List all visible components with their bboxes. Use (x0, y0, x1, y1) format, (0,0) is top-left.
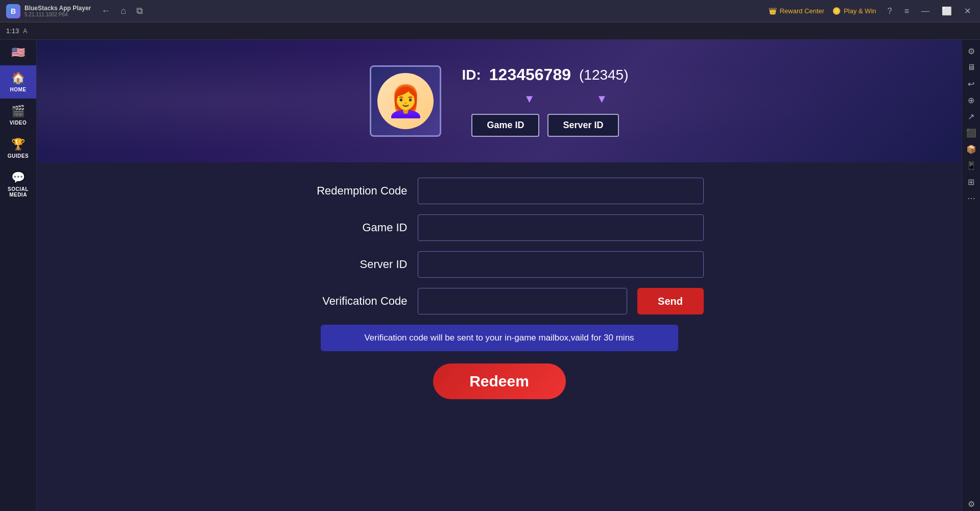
rs-screen-icon[interactable]: ⬛ (964, 126, 978, 140)
sidebar-item-video[interactable]: 🎬 VIDEO (0, 99, 36, 132)
title-bar: B BlueStacks App Player 5.21.111.1002 P6… (0, 0, 980, 22)
game-id-row: Game ID (295, 214, 704, 241)
verification-code-input[interactable] (418, 288, 627, 314)
info-banner: Verification code will be sent to your i… (321, 325, 678, 351)
id-arrows: ▼ ▼ (483, 92, 608, 106)
video-label: VIDEO (10, 120, 27, 126)
id-text-label: ID: (462, 67, 481, 83)
game-id-button[interactable]: Game ID (471, 114, 539, 137)
window-controls: ? ≡ — ⬜ ✕ (885, 5, 974, 17)
redemption-code-label: Redemption Code (295, 184, 408, 198)
rs-grid-icon[interactable]: ⊞ (964, 175, 978, 189)
app-logo: B (6, 4, 20, 18)
flag-icon: 🇺🇸 (9, 46, 28, 59)
server-id-input[interactable] (418, 251, 704, 278)
app-name: BlueStacks App Player (25, 5, 91, 12)
sidebar-item-guides[interactable]: 🏆 GUIDES (0, 132, 36, 165)
character-face: 👩‍🦰 (377, 73, 434, 129)
social-icon: 💬 (11, 171, 25, 184)
main-layout: 🇺🇸 🏠 HOME 🎬 VIDEO 🏆 GUIDES 💬 SOCIALMEDIA (0, 40, 980, 511)
menu-button[interactable]: ≡ (901, 5, 912, 17)
rs-display-icon[interactable]: 🖥 (964, 60, 978, 75)
reward-center[interactable]: 👑 Reward Center (769, 7, 824, 15)
content-area: 👩‍🦰 ID: 123456789 (12345) ▼ ▼ Game ID Se… (37, 40, 962, 511)
play-win-label: Play & Win (844, 7, 876, 15)
home-label: HOME (10, 87, 27, 92)
sidebar-item-social[interactable]: 💬 SOCIALMEDIA (0, 165, 36, 204)
game-id-arrow: ▼ (524, 92, 535, 106)
sidebar: 🇺🇸 🏠 HOME 🎬 VIDEO 🏆 GUIDES 💬 SOCIALMEDIA (0, 40, 37, 511)
redemption-code-row: Redemption Code (295, 178, 704, 204)
multi-button[interactable]: ⧉ (134, 4, 145, 18)
top-banner: 👩‍🦰 ID: 123456789 (12345) ▼ ▼ Game ID Se… (37, 40, 962, 162)
guides-label: GUIDES (8, 153, 29, 159)
coin-icon: 🪙 (832, 7, 841, 15)
rs-more-icon[interactable]: ⋯ (964, 191, 978, 205)
verification-code-row: Verification Code Send (295, 288, 704, 314)
id-numbers: ID: 123456789 (12345) (462, 65, 628, 84)
server-id-label: Server ID (295, 258, 408, 271)
close-button[interactable]: ✕ (961, 5, 974, 17)
restore-button[interactable]: ⬜ (939, 5, 955, 17)
nav-buttons: ← ⌂ ⧉ (99, 4, 145, 18)
sidebar-item-home[interactable]: 🏠 HOME (0, 65, 36, 99)
play-win[interactable]: 🪙 Play & Win (832, 7, 876, 15)
id-main-value: 123456789 (489, 65, 571, 84)
rs-phone-icon[interactable]: 📱 (964, 158, 978, 173)
rs-bottom-settings-icon[interactable]: ⚙ (964, 497, 978, 511)
verification-code-label: Verification Code (295, 295, 408, 308)
game-id-input[interactable] (418, 214, 704, 241)
character-avatar: 👩‍🦰 (370, 65, 441, 137)
video-icon: 🎬 (11, 105, 25, 118)
reward-label: Reward Center (780, 7, 824, 15)
rs-add-icon[interactable]: ⊕ (964, 93, 978, 107)
guides-icon: 🏆 (11, 138, 25, 151)
server-id-row: Server ID (295, 251, 704, 278)
app-version: 5.21.111.1002 P64 (25, 12, 91, 17)
form-area: Redemption Code Game ID Server ID Verifi… (37, 162, 962, 511)
redemption-code-input[interactable] (418, 178, 704, 204)
rs-apk-icon[interactable]: 📦 (964, 142, 978, 156)
server-id-arrow: ▼ (596, 92, 607, 106)
minimize-button[interactable]: — (918, 5, 933, 17)
address-bar: 1:13 A (0, 22, 980, 40)
title-bar-actions: 👑 Reward Center 🪙 Play & Win ? ≡ — ⬜ ✕ (769, 5, 974, 17)
home-button[interactable]: ⌂ (118, 4, 128, 18)
help-button[interactable]: ? (885, 5, 895, 17)
right-sidebar: ⚙ 🖥 ↩ ⊕ ↗ ⬛ 📦 📱 ⊞ ⋯ ⚙ (962, 40, 980, 511)
home-icon: 🏠 (11, 71, 25, 85)
social-label: SOCIALMEDIA (8, 186, 29, 198)
send-button[interactable]: Send (637, 288, 704, 314)
server-id-button[interactable]: Server ID (547, 114, 618, 137)
rs-rotate-icon[interactable]: ↩ (964, 77, 978, 91)
time-display: 1:13 (6, 27, 19, 35)
back-button[interactable]: ← (99, 4, 112, 18)
keyboard-icon: A (23, 28, 27, 35)
id-display: ID: 123456789 (12345) ▼ ▼ Game ID Server… (462, 65, 628, 137)
id-server-value: (12345) (579, 67, 629, 83)
banner-content: 👩‍🦰 ID: 123456789 (12345) ▼ ▼ Game ID Se… (370, 65, 628, 137)
rs-settings-icon[interactable]: ⚙ (964, 44, 978, 58)
reward-icon: 👑 (769, 7, 777, 15)
rs-share-icon[interactable]: ↗ (964, 109, 978, 124)
game-id-label: Game ID (295, 221, 408, 234)
sidebar-item-flag[interactable]: 🇺🇸 (0, 40, 36, 65)
app-info: BlueStacks App Player 5.21.111.1002 P64 (25, 5, 91, 17)
redeem-button[interactable]: Redeem (433, 363, 566, 399)
id-buttons: Game ID Server ID (471, 114, 618, 137)
info-text: Verification code will be sent to your i… (364, 333, 634, 343)
